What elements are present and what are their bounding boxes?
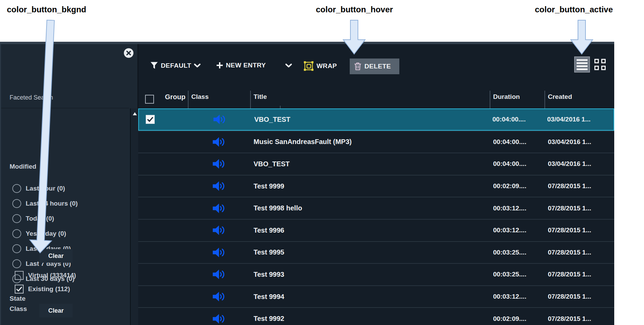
row-created: 07/28/2015 1... — [544, 271, 614, 278]
radio-icon — [12, 229, 21, 238]
grid-view-icon — [594, 59, 599, 63]
row-created: 07/28/2015 1... — [544, 226, 614, 234]
annotation-label-hover: color_button_hover — [316, 5, 393, 14]
table-row[interactable]: Test 9994 00:03:12.... 07/28/2015 1... — [138, 285, 614, 308]
audio-class-icon — [212, 181, 226, 191]
row-created: 07/28/2015 1... — [544, 182, 614, 190]
row-duration: 00:03:12.... — [490, 226, 544, 234]
row-title: Test 9993 — [250, 271, 490, 278]
plus-icon — [216, 62, 223, 69]
chevron-down-icon — [285, 64, 292, 68]
table-row-selected[interactable]: VBO_TEST 00:04:00.... 03/04/2016 1... — [138, 108, 614, 131]
row-title: Test 9995 — [250, 248, 490, 256]
row-title: Test 9998 hello — [250, 204, 490, 212]
facet-section-state: State — [10, 295, 25, 302]
table-row[interactable]: Test 9992 00:02:09.... 07/28/2015 1... — [138, 307, 614, 325]
audio-class-icon — [212, 225, 226, 235]
facet-section-class: Class — [10, 305, 27, 313]
list-view-icon — [577, 59, 588, 61]
row-created: 03/04/2016 1... — [544, 116, 614, 123]
panel-divider — [1, 108, 129, 108]
table-row[interactable]: VBO_TEST 00:04:00.... 03/04/2016 1... — [138, 153, 614, 175]
row-duration: 00:04:00.... — [490, 160, 544, 168]
row-title: Test 9992 — [250, 315, 490, 323]
row-created: 07/28/2015 1... — [544, 293, 614, 300]
facet-option-virtual[interactable]: Virtual (333414) — [15, 271, 76, 280]
column-header-class[interactable]: Class — [191, 93, 209, 101]
filter-default-button[interactable]: DEFAULT — [148, 61, 203, 70]
audio-class-icon — [212, 159, 226, 169]
row-duration: 00:03:25.... — [490, 249, 544, 256]
column-header-title[interactable]: Title — [254, 93, 267, 101]
audio-class-icon — [212, 247, 226, 258]
delete-button[interactable]: DELETE — [350, 58, 399, 74]
row-created: 07/28/2015 1... — [544, 249, 614, 256]
faceted-search-panel: Faceted Search Modified Last hour (0) La… — [0, 44, 138, 325]
chevron-down-icon — [194, 64, 201, 68]
table-row[interactable]: Test 9998 hello 00:03:12.... 07/28/2015 … — [138, 197, 614, 219]
app-window: Faceted Search Modified Last hour (0) La… — [0, 42, 614, 325]
audio-class-icon — [212, 314, 226, 324]
audio-class-icon — [212, 291, 226, 302]
entry-list-panel: DEFAULT NEW ENTRY — [138, 44, 614, 325]
row-duration: 00:03:12.... — [490, 293, 544, 300]
table-row[interactable]: Test 9999 00:02:09.... 07/28/2015 1... — [138, 175, 614, 197]
filter-funnel-icon — [150, 62, 158, 69]
radio-icon — [12, 199, 21, 208]
grid-view-button[interactable] — [594, 59, 606, 70]
window-top-border — [0, 42, 614, 44]
radio-icon — [12, 244, 21, 253]
scroll-up-icon[interactable] — [133, 112, 137, 115]
annotated-screenshot: color_button_bkgnd color_button_hover co… — [0, 0, 644, 325]
callout-arrow-active — [570, 20, 593, 55]
select-all-checkbox[interactable] — [145, 95, 154, 104]
table-row[interactable]: Test 9993 00:03:25.... 07/28/2015 1... — [138, 263, 614, 285]
row-created: 03/04/2016 1... — [544, 138, 614, 146]
table-row[interactable]: Music SanAndreasFault (MP3) 00:04:00....… — [138, 131, 614, 153]
annotation-label-bkgnd: color_button_bkgnd — [7, 5, 86, 14]
radio-icon — [12, 259, 21, 268]
row-title: Test 9996 — [250, 226, 490, 234]
table-header: Group Class Title Duration Created — [138, 88, 614, 108]
checkbox-unchecked-icon — [15, 271, 24, 280]
radio-icon — [12, 214, 21, 223]
class-clear-button[interactable]: Clear — [39, 304, 73, 317]
row-created: 07/28/2015 1... — [544, 315, 614, 323]
row-duration: 00:03:25.... — [490, 271, 544, 278]
close-icon — [126, 51, 131, 55]
row-duration: 00:02:09.... — [490, 315, 544, 323]
table-row[interactable]: Test 9996 00:03:12.... 07/28/2015 1... — [138, 219, 614, 241]
row-title: VBO_TEST — [250, 160, 490, 168]
row-duration: 00:04:00.... — [490, 138, 544, 146]
checkbox-checked-icon — [15, 285, 24, 294]
row-checkbox-checked[interactable] — [146, 115, 155, 124]
trash-icon — [354, 62, 361, 70]
row-title: Test 9999 — [250, 182, 490, 190]
wrap-button[interactable]: WRAP — [301, 61, 339, 72]
new-entry-button[interactable]: NEW ENTRY — [214, 61, 268, 69]
wrap-icon — [304, 61, 314, 71]
row-created: 07/28/2015 1... — [544, 205, 614, 212]
radio-icon — [12, 184, 21, 193]
facet-option-existing[interactable]: Existing (112) — [15, 285, 70, 294]
row-duration: 00:02:09.... — [490, 182, 544, 190]
entry-table: VBO_TEST 00:04:00.... 03/04/2016 1... Mu… — [138, 108, 614, 325]
audio-class-icon — [212, 269, 226, 280]
row-title: Music SanAndreasFault (MP3) — [250, 138, 490, 146]
column-header-duration[interactable]: Duration — [493, 93, 520, 101]
audio-class-icon — [212, 137, 226, 147]
column-header-created[interactable]: Created — [548, 93, 572, 101]
annotation-label-active: color_button_active — [535, 5, 613, 14]
new-entry-dropdown-button[interactable] — [283, 63, 294, 68]
row-duration: 00:04:00.... — [489, 116, 544, 123]
sidebar-scrollbar[interactable] — [130, 108, 139, 325]
row-title: Test 9994 — [250, 293, 490, 301]
row-title: VBO_TEST — [251, 116, 489, 124]
row-created: 03/04/2016 1... — [544, 160, 614, 168]
list-view-button[interactable] — [574, 56, 590, 73]
row-duration: 00:03:12.... — [490, 205, 544, 212]
audio-class-icon — [213, 114, 227, 125]
table-row[interactable]: Test 9995 00:03:25.... 07/28/2015 1... — [138, 241, 614, 263]
column-header-group[interactable]: Group — [165, 93, 188, 101]
close-panel-button[interactable] — [124, 48, 133, 58]
